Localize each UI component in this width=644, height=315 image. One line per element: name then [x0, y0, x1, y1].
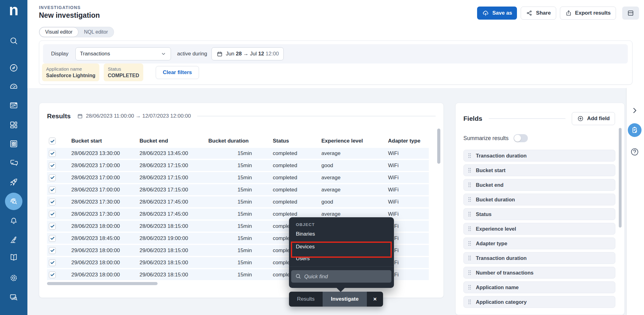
field-pill[interactable]: Experience level [463, 223, 615, 235]
search-icon[interactable] [9, 36, 18, 45]
export-results-button[interactable]: Export results [560, 7, 616, 20]
summarize-label: Summarize results [463, 135, 509, 142]
drag-handle-icon[interactable] [468, 270, 471, 275]
quick-find-input[interactable] [304, 270, 389, 283]
column-header[interactable]: Adapter type [383, 138, 429, 144]
select-all-checkbox[interactable] [49, 138, 56, 144]
app-window: n [0, 0, 644, 315]
column-header[interactable]: Bucket end [134, 138, 202, 144]
drag-handle-icon[interactable] [468, 285, 471, 290]
cell-status: completed [268, 211, 316, 217]
cell-bucket-duration: 15min [202, 162, 268, 169]
compass-icon[interactable] [9, 63, 18, 73]
field-pill[interactable]: Bucket start [463, 164, 615, 176]
filter-chip-status[interactable]: Status COMPLETED [104, 63, 143, 81]
row-checkbox[interactable] [49, 199, 56, 205]
help-icon[interactable] [630, 147, 639, 157]
save-as-button[interactable]: Save as [477, 7, 517, 20]
fields-vertical-scrollbar[interactable] [619, 128, 622, 228]
screen-search-icon[interactable] [9, 293, 18, 302]
cell-bucket-end: 29/06/2023 18:15:00 [134, 247, 202, 254]
drag-handle-icon[interactable] [468, 241, 471, 246]
layout-grid-icon[interactable] [9, 120, 18, 129]
row-checkbox[interactable] [49, 162, 56, 169]
row-checkbox[interactable] [49, 150, 56, 157]
column-header[interactable]: Status [268, 138, 316, 144]
share-button[interactable]: Share [521, 7, 556, 20]
row-checkbox[interactable] [49, 223, 56, 230]
field-pill[interactable]: Application name [463, 281, 615, 293]
row-checkbox[interactable] [49, 186, 56, 193]
field-pill[interactable]: Adapter type [463, 237, 615, 249]
column-header[interactable]: Experience level [316, 138, 383, 144]
table-row[interactable]: 28/06/2023 17:30:00 28/06/2023 17:45:00 … [47, 196, 429, 207]
cell-bucket-start: 28/06/2023 13:30:00 [64, 150, 134, 157]
drag-handle-icon[interactable] [468, 153, 471, 158]
drag-handle-icon[interactable] [468, 299, 471, 304]
drag-handle-icon[interactable] [468, 256, 471, 261]
field-pill[interactable]: Bucket end [463, 179, 615, 191]
filter-chip-application-name[interactable]: Application name Salesforce Lightning [42, 63, 99, 81]
clear-filters-button[interactable]: Clear filters [156, 66, 199, 79]
field-pill[interactable]: Transaction duration [463, 150, 615, 162]
toolbar-tab-results[interactable]: Results [289, 292, 323, 307]
drag-handle-icon[interactable] [468, 182, 471, 187]
row-checkbox[interactable] [49, 259, 56, 266]
drag-handle-icon[interactable] [468, 168, 471, 173]
gauge-icon[interactable] [9, 82, 18, 91]
menu-item-devices[interactable]: Devices [296, 244, 315, 250]
robot-arm-icon[interactable] [9, 235, 18, 244]
rocket-icon[interactable] [9, 177, 18, 187]
notes-edit-button[interactable] [628, 123, 642, 137]
column-header[interactable]: Bucket start [64, 138, 134, 144]
add-field-button[interactable]: Add field [572, 112, 615, 125]
field-pill[interactable]: Status [463, 208, 615, 220]
row-checkbox[interactable] [49, 235, 56, 242]
monitor-chart-icon[interactable] [9, 101, 18, 110]
toolbar-close-button[interactable]: × [367, 292, 383, 307]
table-row[interactable]: 28/06/2023 17:00:00 28/06/2023 17:15:00 … [47, 160, 429, 171]
table-row[interactable]: 28/06/2023 13:30:00 28/06/2023 13:45:00 … [47, 148, 429, 159]
field-pill[interactable]: Number of transactions [463, 267, 615, 279]
date-range-button[interactable]: Jun 28 → Jul 12 12:00 [211, 47, 284, 60]
sidebar-item-investigations-active[interactable] [5, 193, 22, 210]
bottom-toolbar: Results Investigate × [289, 292, 383, 307]
page-title: New investigation [39, 11, 100, 20]
chat-bubbles-icon[interactable] [9, 158, 18, 168]
display-select[interactable]: Transactions [75, 47, 171, 60]
menu-item-binaries[interactable]: Binaries [296, 231, 315, 237]
table-vertical-scrollbar[interactable] [437, 129, 440, 164]
quick-find-field[interactable] [291, 270, 391, 283]
field-pill[interactable]: Transaction duration [463, 252, 615, 264]
row-checkbox[interactable] [49, 211, 56, 218]
row-checkbox[interactable] [49, 271, 56, 278]
cell-adapter-type: WiFi [383, 211, 429, 217]
field-pill[interactable]: Bucket duration [463, 194, 615, 205]
fields-panel: Fields Add field Summarize results Trans… [455, 103, 625, 315]
right-rail [626, 88, 644, 315]
menu-item-users[interactable]: Users [296, 256, 310, 262]
tab-nql-editor[interactable]: NQL editor [78, 27, 114, 37]
row-checkbox[interactable] [49, 247, 56, 254]
fields-header: Fields Add field [463, 112, 615, 125]
app-grid-icon[interactable] [9, 139, 18, 148]
table-row[interactable]: 28/06/2023 17:00:00 28/06/2023 17:15:00 … [47, 172, 429, 183]
horizontal-scrollbar[interactable] [47, 282, 158, 285]
gear-icon[interactable] [9, 273, 18, 283]
summarize-toggle[interactable] [514, 134, 528, 142]
row-checkbox[interactable] [49, 174, 56, 181]
drag-handle-icon[interactable] [468, 226, 471, 231]
table-row[interactable]: 28/06/2023 17:00:00 28/06/2023 17:15:00 … [47, 184, 429, 195]
column-header[interactable]: Bucket duration [202, 138, 268, 144]
drag-handle-icon[interactable] [468, 212, 471, 217]
date-range-text: Jun 28 → Jul 12 12:00 [226, 51, 279, 57]
cell-bucket-start: 28/06/2023 18:00:00 [64, 223, 134, 229]
tab-visual-editor[interactable]: Visual editor [39, 27, 78, 37]
open-book-icon[interactable] [9, 253, 18, 262]
bell-icon[interactable] [9, 216, 18, 226]
layout-panel-button[interactable] [622, 7, 639, 20]
toolbar-tab-investigate[interactable]: Investigate [323, 292, 367, 307]
collapse-panel-chevron-icon[interactable] [631, 107, 638, 114]
drag-handle-icon[interactable] [468, 197, 471, 202]
field-pill[interactable]: Application category [463, 296, 615, 308]
